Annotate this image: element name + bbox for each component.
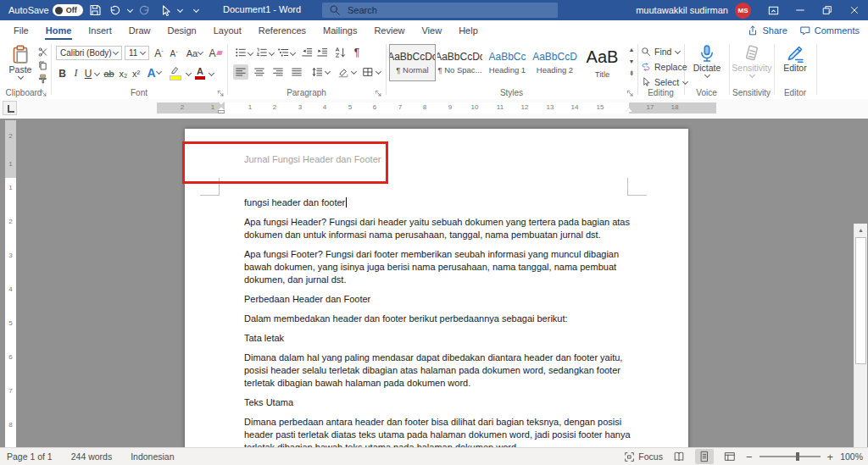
editor-button[interactable]: Editor <box>776 44 814 73</box>
subscript-button[interactable]: x₂ <box>117 66 130 80</box>
focus-button[interactable]: Focus <box>624 451 663 462</box>
web-layout-button[interactable] <box>721 449 739 464</box>
highlight-dropdown[interactable] <box>186 71 192 77</box>
styles-more-button[interactable]: ⇟ <box>626 68 637 79</box>
print-layout-button[interactable] <box>695 449 714 464</box>
document-page[interactable]: Jurnal Fungsi Header dan Footer fungsi h… <box>185 129 688 447</box>
text-effects-button[interactable]: A <box>146 64 163 80</box>
clipboard-dialog-launcher[interactable] <box>39 89 48 98</box>
borders-button[interactable] <box>360 64 376 80</box>
font-color-button[interactable]: A <box>193 64 207 80</box>
paragraph[interactable]: Apa fungsi Footer? Fungsi dari footer me… <box>244 248 631 286</box>
font-dialog-launcher[interactable] <box>216 89 225 98</box>
multilevel-list-button[interactable] <box>276 46 290 59</box>
styles-scroll-down[interactable]: ▼ <box>626 56 637 67</box>
style-title[interactable]: AaBTitle <box>579 44 626 81</box>
superscript-button[interactable]: x² <box>130 66 142 80</box>
save-button[interactable] <box>86 2 103 19</box>
tab-references[interactable]: References <box>250 20 314 41</box>
align-left-button[interactable] <box>233 64 248 80</box>
word-count[interactable]: 244 words <box>71 451 112 462</box>
paragraph[interactable]: fungsi header dan footer <box>244 197 631 209</box>
paragraph[interactable]: Apa fungsi Header? Fungsi dari header ya… <box>244 216 631 241</box>
paragraph[interactable]: Tata letak <box>244 332 631 345</box>
replace-button[interactable]: Replace <box>641 62 687 72</box>
vertical-scrollbar[interactable]: ▲ ▼ <box>854 224 867 447</box>
style-heading1[interactable]: AaBbCcHeading 1 <box>484 44 531 81</box>
paragraph[interactable]: Dalam membedakan header dan footer berik… <box>244 313 631 325</box>
tab-view[interactable]: View <box>413 20 450 41</box>
undo-dropdown[interactable] <box>127 8 133 14</box>
paragraph-dialog-launcher[interactable] <box>374 89 383 98</box>
justify-button[interactable] <box>289 64 304 80</box>
touch-mode-dropdown[interactable] <box>177 8 183 14</box>
copy-button[interactable] <box>36 59 49 72</box>
touch-mode-button[interactable] <box>157 2 174 19</box>
font-family-combo[interactable]: Calibri (Body) <box>56 46 122 60</box>
numbering-button[interactable] <box>255 46 269 59</box>
left-indent-marker[interactable] <box>218 102 225 113</box>
zoom-slider[interactable] <box>760 456 821 457</box>
sort-button[interactable] <box>334 46 348 59</box>
highlight-color-button[interactable] <box>166 64 185 80</box>
minimize-button[interactable] <box>787 0 814 20</box>
tab-help[interactable]: Help <box>450 20 487 41</box>
restore-button[interactable] <box>814 0 841 20</box>
paragraph[interactable]: Teks Utama <box>244 396 631 409</box>
avatar[interactable]: MS <box>735 3 751 19</box>
show-hide-pilcrow-button[interactable]: ¶ <box>350 46 364 59</box>
autosave-toggle[interactable]: Off <box>53 4 83 16</box>
zoom-out-button[interactable]: − <box>746 451 753 463</box>
zoom-level[interactable]: 100% <box>840 451 863 462</box>
borders-dropdown[interactable] <box>376 69 381 75</box>
scroll-up-arrow[interactable]: ▲ <box>854 224 867 235</box>
style-normal[interactable]: AaBbCcDc¶ Normal <box>389 44 436 81</box>
paragraph[interactable]: Perbedaan Header dan Footer <box>244 293 631 306</box>
share-button[interactable]: Share <box>747 25 787 36</box>
search-box[interactable] <box>322 3 558 18</box>
find-button[interactable]: Find <box>641 47 681 57</box>
line-spacing-dropdown[interactable] <box>325 69 331 75</box>
strikethrough-button[interactable]: ab <box>102 66 116 80</box>
redo-button[interactable] <box>136 2 153 19</box>
paste-button[interactable]: Paste <box>5 44 36 80</box>
align-right-button[interactable] <box>270 64 286 80</box>
search-input[interactable] <box>346 4 519 16</box>
multilevel-dropdown[interactable] <box>290 51 296 57</box>
tab-draw[interactable]: Draw <box>120 20 159 41</box>
bullets-button[interactable] <box>234 46 248 59</box>
font-size-combo[interactable]: 11 <box>125 46 149 60</box>
tab-stop-selector[interactable] <box>3 101 17 115</box>
increase-indent-button[interactable] <box>315 46 329 59</box>
underline-button[interactable]: U <box>82 66 94 80</box>
shading-button[interactable] <box>336 64 351 80</box>
font-color-dropdown[interactable] <box>209 71 214 77</box>
language[interactable]: Indonesian <box>131 451 174 462</box>
format-painter-button[interactable] <box>36 73 49 86</box>
italic-button[interactable]: I <box>70 66 81 80</box>
scrollbar-thumb[interactable] <box>855 237 866 364</box>
zoom-in-button[interactable]: + <box>827 451 834 463</box>
bold-button[interactable]: B <box>56 66 69 80</box>
decrease-indent-button[interactable] <box>300 46 314 59</box>
styles-scroll-up[interactable]: ▲ <box>626 44 637 55</box>
paste-dropdown[interactable] <box>18 75 24 80</box>
grow-font-button[interactable]: Aˆ <box>152 46 166 60</box>
tab-file[interactable]: File <box>5 20 37 41</box>
read-mode-button[interactable] <box>670 449 688 464</box>
tab-review[interactable]: Review <box>365 20 413 41</box>
cut-button[interactable] <box>36 46 49 58</box>
comments-button[interactable]: Comments <box>799 25 860 36</box>
numbering-dropdown[interactable] <box>269 51 275 57</box>
sensitivity-button[interactable]: Sensitivity <box>731 44 773 79</box>
clear-formatting-button[interactable]: A <box>208 46 223 60</box>
dictate-button[interactable]: Dictate <box>688 44 726 79</box>
right-indent-marker[interactable] <box>626 108 632 112</box>
paragraph[interactable]: Dimana dalam hal yang paling mendasar da… <box>244 352 631 390</box>
select-button[interactable]: Select <box>641 77 688 87</box>
paragraph[interactable]: Dimana perbedaan antara header dan foote… <box>244 416 631 447</box>
tab-mailings[interactable]: Mailings <box>314 20 365 41</box>
shading-dropdown[interactable] <box>351 69 357 75</box>
change-case-button[interactable]: Aa <box>185 46 205 60</box>
page-count[interactable]: Page 1 of 1 <box>7 451 53 462</box>
